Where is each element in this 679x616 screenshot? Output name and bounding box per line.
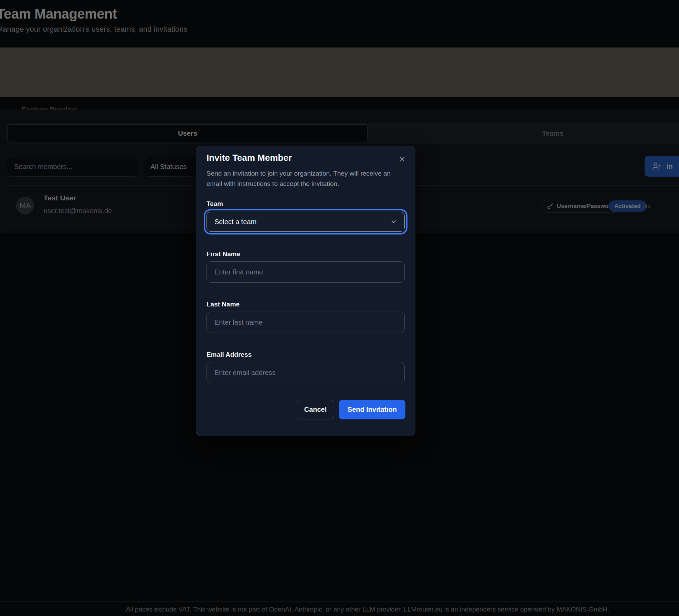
first-name-input[interactable] xyxy=(206,261,405,283)
send-invitation-button-label: Send Invitation xyxy=(348,406,397,414)
last-name-input[interactable] xyxy=(206,312,405,333)
cancel-button[interactable]: Cancel xyxy=(297,400,334,419)
last-name-label: Last Name xyxy=(206,301,240,308)
email-address-input[interactable] xyxy=(206,362,405,383)
dialog-title: Invite Team Member xyxy=(206,153,292,163)
team-label: Team xyxy=(206,200,223,208)
invite-team-member-dialog: Invite Team Member Send an invitation to… xyxy=(196,146,415,436)
team-select[interactable]: Select a team xyxy=(206,212,405,232)
team-select-value: Select a team xyxy=(214,218,256,226)
cancel-button-label: Cancel xyxy=(304,406,327,414)
chevron-down-icon xyxy=(390,218,397,226)
email-address-label: Email Address xyxy=(206,351,252,358)
first-name-label: First Name xyxy=(206,250,240,258)
screen: Team Management Manage your organization… xyxy=(0,0,679,616)
send-invitation-button[interactable]: Send Invitation xyxy=(339,400,405,419)
close-icon[interactable] xyxy=(397,154,407,164)
dialog-description: Send an invitation to join your organiza… xyxy=(206,168,408,189)
